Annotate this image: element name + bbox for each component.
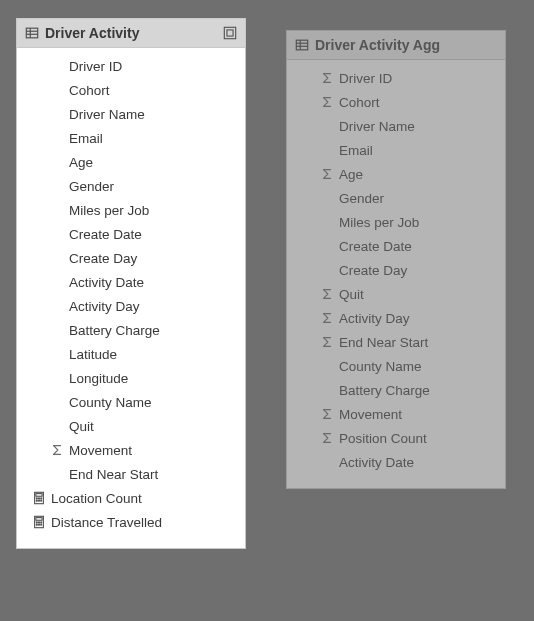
field-label: Position Count xyxy=(339,431,427,446)
field-row[interactable]: County Name xyxy=(287,354,505,378)
field-label: Quit xyxy=(339,287,364,302)
svg-rect-7 xyxy=(36,494,42,497)
field-label: Driver Name xyxy=(339,119,415,134)
sigma-icon xyxy=(45,443,69,457)
sigma-icon xyxy=(315,335,339,349)
field-label: Email xyxy=(69,131,103,146)
field-row[interactable]: Miles per Job xyxy=(287,210,505,234)
panel-header[interactable]: Driver Activity Agg xyxy=(287,31,505,60)
field-row[interactable]: Create Date xyxy=(17,222,245,246)
field-label: Latitude xyxy=(69,347,117,362)
field-label: Activity Day xyxy=(69,299,140,314)
field-row[interactable]: Battery Charge xyxy=(17,318,245,342)
table-panel[interactable]: Driver ActivityDriver IDCohortDriver Nam… xyxy=(16,18,246,549)
sigma-icon xyxy=(315,167,339,181)
field-row[interactable]: Activity Day xyxy=(17,294,245,318)
field-row[interactable]: Quit xyxy=(287,282,505,306)
field-label: Age xyxy=(69,155,93,170)
svg-rect-22 xyxy=(296,40,307,50)
field-row[interactable]: Cohort xyxy=(287,90,505,114)
field-label: Battery Charge xyxy=(69,323,160,338)
field-row[interactable]: Latitude xyxy=(17,342,245,366)
field-row[interactable]: Position Count xyxy=(287,426,505,450)
svg-point-18 xyxy=(41,522,42,523)
field-row[interactable]: Distance Travelled xyxy=(17,510,245,534)
field-row[interactable]: Driver Name xyxy=(17,102,245,126)
field-row[interactable]: Battery Charge xyxy=(287,378,505,402)
field-row[interactable]: End Near Start xyxy=(17,462,245,486)
panel-body: Driver IDCohortDriver NameEmailAgeGender… xyxy=(17,48,245,548)
field-label: Age xyxy=(339,167,363,182)
field-label: Miles per Job xyxy=(69,203,149,218)
table-panel[interactable]: Driver Activity AggDriver IDCohortDriver… xyxy=(286,30,506,489)
field-row[interactable]: Activity Date xyxy=(287,450,505,474)
field-row[interactable]: Activity Date xyxy=(17,270,245,294)
field-label: Create Date xyxy=(69,227,142,242)
field-row[interactable]: County Name xyxy=(17,390,245,414)
field-row[interactable]: Movement xyxy=(17,438,245,462)
field-row[interactable]: Activity Day xyxy=(287,306,505,330)
field-label: Quit xyxy=(69,419,94,434)
field-label: Cohort xyxy=(69,83,110,98)
field-row[interactable]: End Near Start xyxy=(287,330,505,354)
svg-point-8 xyxy=(36,498,37,499)
svg-point-16 xyxy=(36,522,37,523)
field-label: Movement xyxy=(69,443,132,458)
field-label: Email xyxy=(339,143,373,158)
field-row[interactable]: Create Date xyxy=(287,234,505,258)
sigma-icon xyxy=(315,95,339,109)
field-row[interactable]: Driver Name xyxy=(287,114,505,138)
sigma-icon xyxy=(315,71,339,85)
svg-point-11 xyxy=(36,500,37,501)
field-label: Driver ID xyxy=(339,71,392,86)
field-label: Movement xyxy=(339,407,402,422)
field-row[interactable]: Create Day xyxy=(17,246,245,270)
field-row[interactable]: Email xyxy=(287,138,505,162)
panel-header[interactable]: Driver Activity xyxy=(17,19,245,48)
svg-rect-5 xyxy=(227,30,233,36)
svg-rect-15 xyxy=(36,518,42,521)
field-row[interactable]: Movement xyxy=(287,402,505,426)
sigma-icon xyxy=(315,431,339,445)
field-row[interactable]: Age xyxy=(287,162,505,186)
field-label: Create Day xyxy=(339,263,407,278)
field-row[interactable]: Create Day xyxy=(287,258,505,282)
field-row[interactable]: Email xyxy=(17,126,245,150)
calculator-icon xyxy=(27,491,51,505)
svg-point-12 xyxy=(38,500,39,501)
field-row[interactable]: Gender xyxy=(17,174,245,198)
svg-point-9 xyxy=(38,498,39,499)
field-row[interactable]: Driver ID xyxy=(17,54,245,78)
table-icon xyxy=(25,26,39,40)
svg-point-20 xyxy=(38,524,39,525)
table-icon xyxy=(295,38,309,52)
svg-rect-4 xyxy=(224,27,235,38)
panel-body: Driver IDCohortDriver NameEmailAgeGender… xyxy=(287,60,505,488)
field-label: Create Day xyxy=(69,251,137,266)
field-row[interactable]: Miles per Job xyxy=(17,198,245,222)
panel-title: Driver Activity xyxy=(45,25,217,41)
field-row[interactable]: Cohort xyxy=(17,78,245,102)
field-label: Location Count xyxy=(51,491,142,506)
sigma-icon xyxy=(315,311,339,325)
field-row[interactable]: Quit xyxy=(17,414,245,438)
field-row[interactable]: Age xyxy=(17,150,245,174)
field-label: End Near Start xyxy=(339,335,428,350)
calculator-icon xyxy=(27,515,51,529)
svg-point-17 xyxy=(38,522,39,523)
field-label: Activity Date xyxy=(339,455,414,470)
svg-rect-0 xyxy=(26,28,37,38)
field-label: Cohort xyxy=(339,95,380,110)
field-label: Longitude xyxy=(69,371,128,386)
field-label: Activity Day xyxy=(339,311,410,326)
field-row[interactable]: Driver ID xyxy=(287,66,505,90)
svg-point-21 xyxy=(41,524,42,525)
field-label: Miles per Job xyxy=(339,215,419,230)
field-row[interactable]: Gender xyxy=(287,186,505,210)
svg-point-10 xyxy=(41,498,42,499)
field-row[interactable]: Location Count xyxy=(17,486,245,510)
field-label: Battery Charge xyxy=(339,383,430,398)
field-label: Create Date xyxy=(339,239,412,254)
storage-mode-icon xyxy=(223,26,237,40)
field-row[interactable]: Longitude xyxy=(17,366,245,390)
